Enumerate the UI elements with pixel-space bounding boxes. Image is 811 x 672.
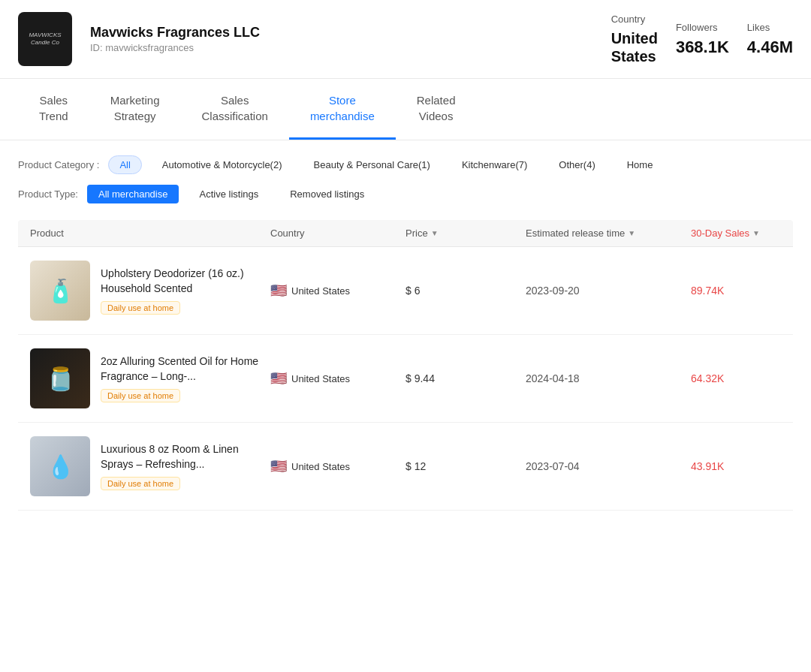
category-filter-row: Product Category : All Automotive & Moto… [18, 155, 793, 174]
price-cell-2: $ 9.44 [406, 372, 526, 384]
logo-text: MAVWICKS Candle Co [29, 32, 61, 47]
th-product: Product [30, 228, 270, 239]
sales-cell-2: 64.32K [691, 372, 811, 384]
category-filter-home[interactable]: Home [616, 155, 665, 174]
date-cell-2: 2024-04-18 [526, 372, 691, 384]
country-cell-1: 🇺🇸 United States [270, 282, 406, 299]
type-filter-removed-listings[interactable]: Removed listings [279, 185, 375, 203]
flag-icon-2: 🇺🇸 [270, 370, 287, 387]
th-30day-sales[interactable]: 30-Day Sales ▼ [691, 228, 811, 239]
brand-id: ID: mavwicksfragrances [90, 42, 593, 53]
product-cell-1: 🧴 Upholstery Deodorizer (16 oz.) Househo… [30, 261, 270, 321]
category-filter-beauty[interactable]: Beauty & Personal Care(1) [303, 155, 442, 174]
likes-stat: Likes 4.46M [747, 22, 793, 57]
sales-cell-1: 89.74K [691, 285, 811, 297]
category-filter-label: Product Category : [18, 159, 99, 170]
price-sort-icon: ▼ [431, 229, 439, 237]
sales-sort-icon: ▼ [752, 229, 760, 237]
sales-cell-3: 43.91K [691, 460, 811, 472]
type-filter-active-listings[interactable]: Active listings [188, 185, 270, 203]
country-name-3: United States [291, 461, 350, 472]
flag-icon-3: 🇺🇸 [270, 458, 287, 475]
category-filter-kitchenware[interactable]: Kitchenware(7) [451, 155, 538, 174]
flag-icon-1: 🇺🇸 [270, 282, 287, 299]
followers-stat: Followers 368.1K [676, 22, 729, 57]
product-name-2: 2oz Alluring Scented Oil for Home Fragra… [101, 354, 270, 384]
release-sort-icon: ▼ [628, 229, 635, 237]
followers-value: 368.1K [676, 38, 729, 57]
filters-section: Product Category : All Automotive & Moto… [0, 140, 811, 220]
category-filter-other[interactable]: Other(4) [547, 155, 606, 174]
country-name-1: United States [291, 285, 350, 297]
likes-label: Likes [747, 22, 793, 33]
brand-logo: MAVWICKS Candle Co [18, 12, 72, 66]
category-filter-all[interactable]: All [108, 155, 141, 174]
table-header: Product Country Price ▼ Estimated releas… [18, 220, 793, 247]
page-header: MAVWICKS Candle Co Mavwicks Fragrances L… [0, 0, 811, 79]
type-filter-label: Product Type: [18, 188, 78, 200]
country-name-2: United States [291, 373, 350, 384]
category-filter-automotive[interactable]: Automotive & Motorcycle(2) [151, 155, 294, 174]
product-info-2: 2oz Alluring Scented Oil for Home Fragra… [101, 354, 270, 402]
product-image-1: 🧴 [30, 261, 90, 321]
country-value: UnitedStates [611, 29, 658, 65]
th-country: Country [270, 228, 406, 239]
product-tag-2: Daily use at home [101, 389, 180, 402]
country-label: Country [611, 14, 658, 25]
tab-sales-classification[interactable]: SalesClassification [181, 79, 289, 140]
product-image-2: 🫙 [30, 348, 90, 408]
country-stat: Country UnitedStates [611, 14, 658, 65]
tab-sales-trend[interactable]: SalesTrend [18, 79, 89, 140]
tab-store-merchandise[interactable]: Storemerchandise [289, 79, 396, 140]
price-cell-1: $ 6 [406, 285, 526, 297]
price-cell-3: $ 12 [406, 460, 526, 472]
product-info-1: Upholstery Deodorizer (16 oz.) Household… [101, 267, 270, 314]
product-tag-1: Daily use at home [101, 301, 180, 315]
tab-marketing-strategy[interactable]: MarketingStrategy [89, 79, 181, 140]
product-table: Product Country Price ▼ Estimated releas… [0, 220, 811, 511]
table-row: 🧴 Upholstery Deodorizer (16 oz.) Househo… [18, 247, 793, 335]
table-row: 🫙 2oz Alluring Scented Oil for Home Frag… [18, 335, 793, 423]
th-price[interactable]: Price ▼ [406, 228, 526, 239]
likes-value: 4.46M [747, 38, 793, 57]
date-cell-1: 2023-09-20 [526, 285, 691, 297]
product-cell-3: 💧 Luxurious 8 oz Room & Linen Sprays – R… [30, 436, 270, 496]
brand-name: Mavwicks Fragrances LLC [90, 25, 593, 41]
product-name-1: Upholstery Deodorizer (16 oz.) Household… [101, 267, 270, 296]
product-cell-2: 🫙 2oz Alluring Scented Oil for Home Frag… [30, 348, 270, 408]
nav-tabs: SalesTrend MarketingStrategy SalesClassi… [0, 79, 811, 140]
followers-label: Followers [676, 22, 729, 33]
country-cell-3: 🇺🇸 United States [270, 458, 406, 475]
type-filter-all-merchandise[interactable]: All merchandise [87, 185, 179, 203]
product-info-3: Luxurious 8 oz Room & Linen Sprays – Ref… [101, 442, 270, 490]
th-release-time[interactable]: Estimated release time ▼ [526, 228, 691, 239]
type-filter-row: Product Type: All merchandise Active lis… [18, 185, 793, 203]
table-row: 💧 Luxurious 8 oz Room & Linen Sprays – R… [18, 423, 793, 511]
product-name-3: Luxurious 8 oz Room & Linen Sprays – Ref… [101, 442, 270, 472]
tab-related-videos[interactable]: RelatedVideos [396, 79, 477, 140]
brand-info: Mavwicks Fragrances LLC ID: mavwicksfrag… [90, 25, 593, 53]
country-cell-2: 🇺🇸 United States [270, 370, 406, 387]
product-tag-3: Daily use at home [101, 477, 180, 490]
product-image-3: 💧 [30, 436, 90, 496]
date-cell-3: 2023-07-04 [526, 460, 691, 472]
